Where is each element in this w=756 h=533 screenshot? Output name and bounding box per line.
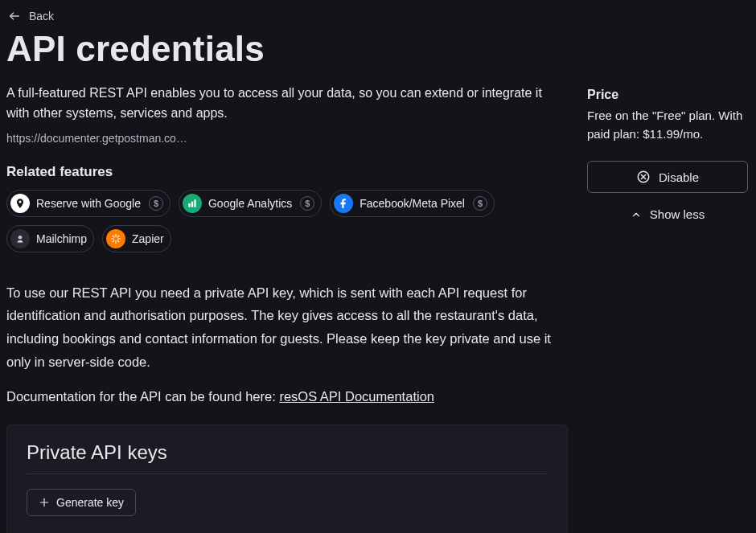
back-button[interactable]: Back — [6, 6, 55, 26]
feature-description: A full-featured REST API enables you to … — [6, 84, 568, 124]
related-chip-mailchimp[interactable]: Mailchimp — [6, 225, 94, 252]
chip-label: Google Analytics — [208, 197, 292, 210]
body-paragraph-2: Documentation for the API can be found h… — [6, 385, 568, 408]
svg-rect-7 — [111, 238, 114, 239]
zapier-icon — [106, 229, 125, 248]
generate-key-button[interactable]: Generate key — [27, 489, 136, 516]
api-keys-panel: Private API keys Generate key — [6, 424, 568, 533]
generate-key-label: Generate key — [56, 496, 124, 509]
svg-rect-10 — [112, 240, 114, 242]
api-keys-heading: Private API keys — [27, 441, 548, 464]
body-paragraph-1: To use our REST API you need a private A… — [6, 281, 568, 375]
price-tag-icon: $ — [300, 196, 314, 211]
related-chip-google-analytics[interactable]: Google Analytics $ — [179, 190, 322, 217]
svg-rect-3 — [194, 199, 195, 207]
doc-url[interactable]: https://documenter.getpostman.co… — [6, 132, 568, 145]
chip-label: Mailchimp — [36, 232, 87, 245]
show-less-toggle[interactable]: Show less — [587, 207, 748, 221]
bar-chart-icon — [183, 194, 202, 213]
show-less-label: Show less — [650, 207, 705, 221]
mailchimp-icon — [10, 229, 30, 248]
price-tag-icon: $ — [149, 196, 163, 211]
main-content: A full-featured REST API enables you to … — [6, 84, 568, 533]
back-label: Back — [29, 10, 54, 23]
related-chip-facebook-meta-pixel[interactable]: Facebook/Meta Pixel $ — [330, 190, 495, 217]
related-chip-reserve-with-google[interactable]: Reserve with Google $ — [6, 190, 171, 217]
chip-label: Zapier — [132, 232, 164, 245]
facebook-icon — [334, 194, 353, 213]
disable-label: Disable — [659, 170, 699, 184]
cancel-circle-icon — [636, 170, 651, 184]
plus-icon — [39, 497, 50, 508]
sidebar: Price Free on the "Free" plan. With paid… — [587, 84, 748, 533]
page-title: API credentials — [6, 29, 748, 69]
svg-point-4 — [18, 236, 23, 240]
arrow-left-icon — [8, 10, 21, 23]
body-text: To use our REST API you need a private A… — [6, 281, 568, 408]
svg-rect-5 — [115, 234, 116, 237]
svg-rect-9 — [117, 235, 119, 237]
price-tag-icon: $ — [473, 196, 487, 211]
doc-link-prefix: Documentation for the API can be found h… — [6, 389, 279, 404]
svg-rect-2 — [191, 201, 193, 207]
svg-rect-11 — [112, 235, 114, 237]
divider — [27, 474, 548, 474]
map-pin-icon — [10, 194, 30, 213]
svg-rect-1 — [188, 203, 190, 207]
price-heading: Price — [587, 88, 748, 102]
api-documentation-link[interactable]: resOS API Documentation — [279, 389, 434, 404]
related-chip-zapier[interactable]: Zapier — [102, 225, 171, 252]
svg-rect-8 — [117, 238, 121, 239]
related-features-heading: Related features — [6, 164, 568, 180]
chip-label: Facebook/Meta Pixel — [360, 197, 465, 210]
disable-button[interactable]: Disable — [587, 161, 748, 193]
svg-rect-12 — [117, 240, 119, 242]
chevron-up-icon — [631, 209, 642, 220]
related-features-list: Reserve with Google $ Google Analytics $… — [6, 190, 568, 252]
chip-label: Reserve with Google — [36, 197, 141, 210]
price-text: Free on the "Free" plan. With paid plan:… — [587, 107, 748, 143]
svg-rect-6 — [115, 240, 116, 244]
